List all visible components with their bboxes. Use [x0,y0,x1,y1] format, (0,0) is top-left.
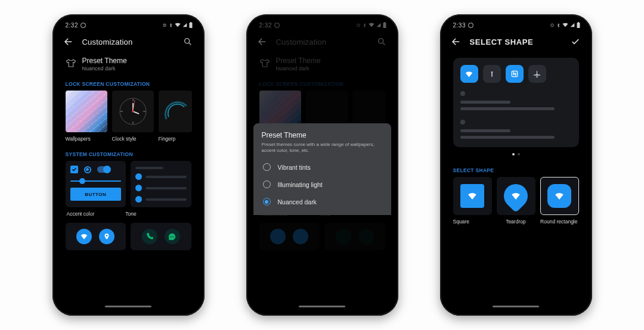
preset-theme-row[interactable]: Preset Theme Nuanced dark [60,53,197,71]
tshirt-icon [66,58,76,69]
wifi-icon [510,191,521,201]
svg-point-3 [184,39,189,43]
wifi-icon [467,191,478,201]
preset-option-label: Illuminating light [278,181,323,188]
checkbox-icon [70,166,78,173]
tile-wallpapers-label: Wallpapers [66,136,107,142]
fingerprint-ring-icon [159,94,192,129]
home-indicator[interactable] [105,306,151,307]
preset-theme-label: Preset Theme [82,57,127,65]
radio-checked-icon [263,198,271,206]
bluetooth-icon [169,23,173,28]
tile-wallpapers[interactable]: Wallpapers [66,91,107,142]
phone-circle-icon [142,229,157,244]
location-circle-icon [99,229,114,244]
svg-rect-2 [190,22,191,23]
wifi-signal-icon [562,23,568,27]
bluetooth-icon [556,23,561,28]
app-header: Customization [60,30,197,53]
card-accent-label: Accent color [67,211,95,217]
preview-pager[interactable] [447,153,585,155]
card-quick-tiles[interactable] [66,223,126,250]
phone-customization: 2:32 Customization [52,14,205,316]
phone-preset-sheet: 2:32 Customization Preset ThemeNuanced d… [246,14,398,316]
home-indicator[interactable] [493,306,539,307]
preset-option-label: Nuanced dark [278,198,317,206]
preview-list-lines [460,91,572,139]
slider-icon [70,180,122,182]
card-tone[interactable] [131,161,191,207]
svg-point-12 [132,110,134,113]
page-title: SELECT SHAPE [470,38,534,46]
phone-select-shape: 2:33 SELECT SHAPE [440,14,592,316]
wallpaper-art [66,91,107,132]
status-bar: 2:33 [447,18,585,30]
tone-heading-bar [135,167,163,169]
messages-circle-icon [165,229,180,244]
card-tone-label: Tone [125,211,136,217]
svg-rect-21 [577,23,580,28]
preset-option-light[interactable]: Illuminating light [262,176,383,193]
svg-point-14 [172,236,173,237]
tile-clock-style[interactable]: Clock style [112,91,154,142]
sample-button: BUTTON [70,188,122,201]
home-indicator[interactable] [299,306,345,307]
section-sys-label: SYSTEM CUSTOMIZATION [60,142,197,161]
preset-option-dark[interactable]: Nuanced dark [262,193,383,210]
tile-fingerprint[interactable]: Fingerp [159,91,192,142]
alarm-icon [162,23,167,27]
preset-theme-sheet: Preset Theme Preset themes come with a w… [253,123,391,215]
status-sys-icons [550,22,580,28]
svg-rect-1 [189,23,192,28]
tone-dot-icon [135,185,142,191]
tone-dot-icon [135,196,142,203]
tile-fingerprint-label: Fingerp [159,136,192,142]
radio-unchecked-icon [263,163,271,171]
status-sys-icons [162,22,193,28]
shape-option-square[interactable] [453,177,492,215]
shape-roundrect-label: Round rectangle [540,219,578,225]
tile-clock-label: Clock style [112,136,154,142]
shape-preview-panel [453,58,579,147]
status-dot-icon [80,23,86,28]
wifi-signal-icon [175,23,181,27]
qs-flashlight-tile [483,65,501,83]
tone-dot-icon [135,173,142,180]
section-shape-label: SELECT SHAPE [447,158,585,177]
alarm-icon [550,23,555,27]
analog-clock-icon [115,94,151,129]
svg-point-13 [171,236,172,237]
status-dot-icon [468,23,473,28]
lock-screen-tiles: Wallpapers Clock style [60,91,197,142]
status-bar: 2:32 [60,18,197,30]
qs-wifi-tile [460,65,478,83]
toggle-icon [97,166,110,173]
back-button[interactable] [451,36,462,47]
cell-signal-icon [570,23,575,27]
arrow-left-icon [451,36,462,47]
search-button[interactable] [183,37,193,46]
section-lock-label: LOCK SCREEN CUSTOMIZATION [60,71,197,91]
cell-signal-icon [182,23,187,27]
status-time: 2:32 [66,22,78,29]
preset-option-vibrant[interactable]: Vibrant tints [262,158,383,176]
preset-option-label: Vibrant tints [278,164,311,171]
shape-option-round-rect[interactable] [540,177,579,215]
svg-point-20 [550,24,553,27]
qs-airplane-tile [528,65,546,83]
card-accent-color[interactable]: BUTTON [66,161,126,207]
confirm-button[interactable] [571,37,580,46]
shape-teardrop-label: Teardrop [496,219,535,225]
preset-theme-sub: Nuanced dark [82,66,127,71]
sheet-title: Preset Theme [262,131,383,139]
check-icon [571,37,580,46]
battery-icon [577,22,580,28]
shape-option-teardrop[interactable] [497,177,535,215]
svg-rect-22 [578,22,579,23]
card-app-icons[interactable] [131,223,191,250]
sheet-desc: Preset themes come with a wide range of … [262,142,383,154]
arrow-left-icon [63,36,74,47]
back-button[interactable] [63,36,74,47]
wifi-icon [554,191,565,201]
app-header: SELECT SHAPE [447,30,585,53]
